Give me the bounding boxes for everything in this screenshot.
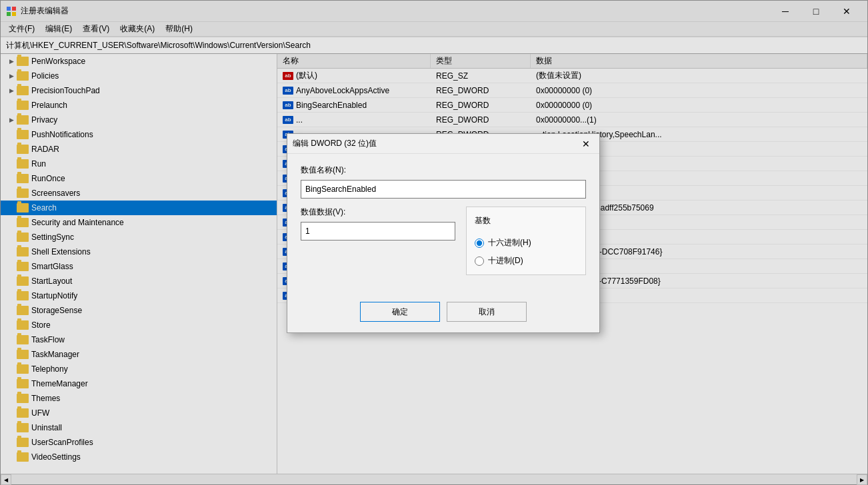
dialog-overlay: 编辑 DWORD (32 位)值 ✕ 数值名称(N): 数值数据(V): 基数 …: [0, 0, 868, 485]
base-label: 基数: [475, 215, 577, 227]
radio-hex-label[interactable]: 十六进制(H): [475, 237, 577, 248]
dialog-body: 数值名称(N): 数值数据(V): 基数 十六进制(H) 十进制(D): [287, 154, 599, 296]
dialog-footer: 确定 取消: [287, 296, 599, 332]
dialog-title: 编辑 DWORD (32 位)值: [293, 138, 578, 149]
value-name-input[interactable]: [301, 180, 586, 199]
radio-dec-text: 十进制(D): [488, 255, 523, 266]
dialog-close-button[interactable]: ✕: [578, 136, 594, 152]
value-data-input[interactable]: [301, 222, 455, 241]
cancel-button[interactable]: 取消: [447, 302, 527, 322]
edit-dword-dialog: 编辑 DWORD (32 位)值 ✕ 数值名称(N): 数值数据(V): 基数 …: [287, 133, 600, 333]
value-name-label: 数值名称(N):: [301, 165, 586, 176]
dialog-row: 数值数据(V): 基数 十六进制(H) 十进制(D): [301, 207, 586, 275]
radio-hex-input[interactable]: [475, 239, 484, 248]
radio-hex-text: 十六进制(H): [488, 237, 531, 248]
dialog-title-bar: 编辑 DWORD (32 位)值 ✕: [287, 134, 599, 154]
value-data-section: 数值数据(V):: [301, 207, 455, 275]
radio-dec-label[interactable]: 十进制(D): [475, 255, 577, 266]
radio-dec-input[interactable]: [475, 256, 484, 266]
ok-button[interactable]: 确定: [360, 302, 440, 322]
base-section: 基数 十六进制(H) 十进制(D): [466, 207, 586, 275]
value-data-label: 数值数据(V):: [301, 207, 455, 218]
